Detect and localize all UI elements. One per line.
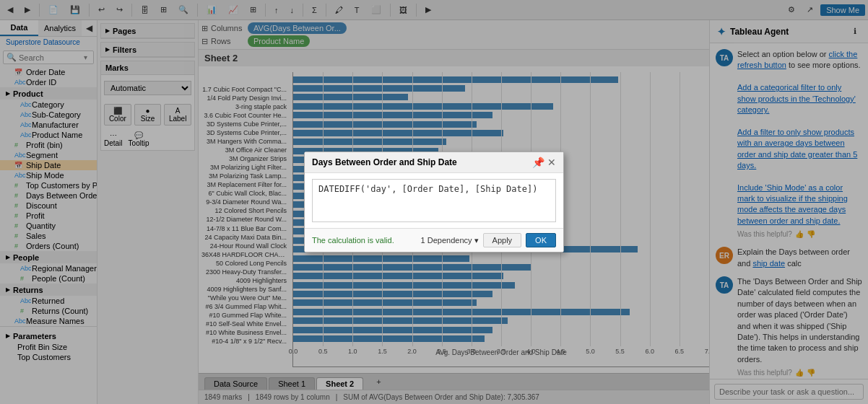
ok-btn[interactable]: OK [526,233,556,247]
modal-formula[interactable]: DATEDIFF('day', [Order Date], [Ship Date… [312,179,556,222]
modal-close-btn[interactable]: ✕ [547,157,556,168]
modal-overlay[interactable]: Days Between Order and Ship Date 📌 ✕ DAT… [0,0,868,404]
apply-btn[interactable]: Apply [483,233,522,247]
modal-footer: The calculation is valid. 1 Dependency ▾… [305,228,563,252]
modal-header-actions: 📌 ✕ [532,157,556,168]
modal-title: Days Between Order and Ship Date [312,157,457,167]
modal-pin-btn[interactable]: 📌 [532,157,544,168]
calc-modal: Days Between Order and Ship Date 📌 ✕ DAT… [304,152,564,252]
modal-status: The calculation is valid. [312,236,394,245]
modal-actions: 1 Dependency ▾ Apply OK [421,233,556,247]
dependency-btn[interactable]: 1 Dependency ▾ [421,236,479,245]
modal-header: Days Between Order and Ship Date 📌 ✕ [305,152,563,173]
modal-body: DATEDIFF('day', [Order Date], [Ship Date… [305,173,563,228]
